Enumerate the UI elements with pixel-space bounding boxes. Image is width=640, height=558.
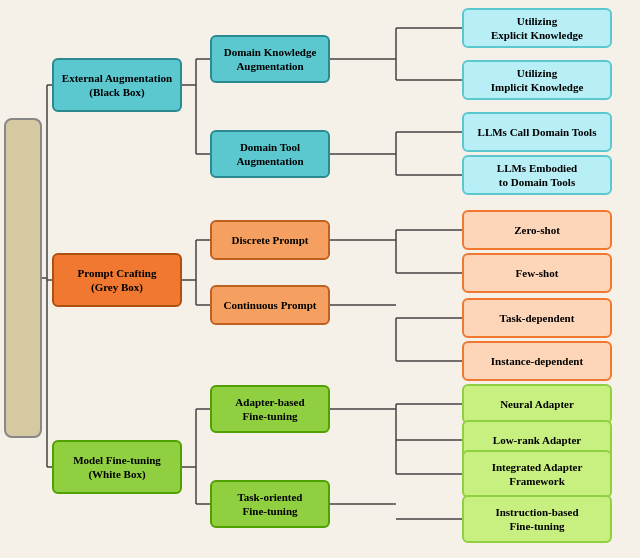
root-node <box>4 118 42 438</box>
l2-abf-label: Adapter-basedFine-tuning <box>235 395 304 424</box>
l2-cp-label: Continuous Prompt <box>223 298 316 312</box>
l3-instance-dependent: Instance-dependent <box>462 341 612 381</box>
l3-embodied-domain-tools: LLMs Embodiedto Domain Tools <box>462 155 612 195</box>
l3-few-shot: Few-shot <box>462 253 612 293</box>
l3-na-label: Neural Adapter <box>500 397 574 411</box>
l2-dka-label: Domain KnowledgeAugmentation <box>224 45 317 74</box>
l3-id-label: Instance-dependent <box>491 354 583 368</box>
l3-la-label: Low-rank Adapter <box>493 433 581 447</box>
l3-neural-adapter: Neural Adapter <box>462 384 612 424</box>
l2-discrete-prompt: Discrete Prompt <box>210 220 330 260</box>
l3-edt-label: LLMs Embodiedto Domain Tools <box>497 161 577 190</box>
l3-uek-label: UtilizingExplicit Knowledge <box>491 14 583 43</box>
l3-uik-label: UtilizingImplicit Knowledge <box>491 66 584 95</box>
l1-prompt-crafting: Prompt Crafting(Grey Box) <box>52 253 182 307</box>
l2-dta-label: Domain ToolAugmentation <box>236 140 303 169</box>
l3-task-dependent: Task-dependent <box>462 298 612 338</box>
l2-domain-tool-aug: Domain ToolAugmentation <box>210 130 330 178</box>
l3-zs-label: Zero-shot <box>514 223 560 237</box>
l2-task-finetuning: Task-orientedFine-tuning <box>210 480 330 528</box>
l1-model-finetuning: Model Fine-tuning(White Box) <box>52 440 182 494</box>
l2-tof-label: Task-orientedFine-tuning <box>238 490 303 519</box>
l3-utilizing-implicit: UtilizingImplicit Knowledge <box>462 60 612 100</box>
l3-fs-label: Few-shot <box>516 266 559 280</box>
l1-external-augmentation: External Augmentation(Black Box) <box>52 58 182 112</box>
l1-model-label: Model Fine-tuning(White Box) <box>73 453 161 482</box>
l3-utilizing-explicit: UtilizingExplicit Knowledge <box>462 8 612 48</box>
l3-iaf-label: Integrated AdapterFramework <box>492 460 583 489</box>
l2-dp-label: Discrete Prompt <box>232 233 309 247</box>
l3-zero-shot: Zero-shot <box>462 210 612 250</box>
l1-prompt-label: Prompt Crafting(Grey Box) <box>78 266 157 295</box>
l3-td-label: Task-dependent <box>500 311 575 325</box>
l3-ibf-label: Instruction-basedFine-tuning <box>495 505 578 534</box>
l3-instruction-finetuning: Instruction-basedFine-tuning <box>462 495 612 543</box>
l3-call-domain-tools: LLMs Call Domain Tools <box>462 112 612 152</box>
diagram: External Augmentation(Black Box) Prompt … <box>0 0 640 558</box>
l2-adapter-finetuning: Adapter-basedFine-tuning <box>210 385 330 433</box>
l2-continuous-prompt: Continuous Prompt <box>210 285 330 325</box>
l1-ext-label: External Augmentation(Black Box) <box>62 71 172 100</box>
l3-cdt-label: LLMs Call Domain Tools <box>478 125 597 139</box>
l3-integrated-adapter: Integrated AdapterFramework <box>462 450 612 498</box>
l2-domain-knowledge-aug: Domain KnowledgeAugmentation <box>210 35 330 83</box>
